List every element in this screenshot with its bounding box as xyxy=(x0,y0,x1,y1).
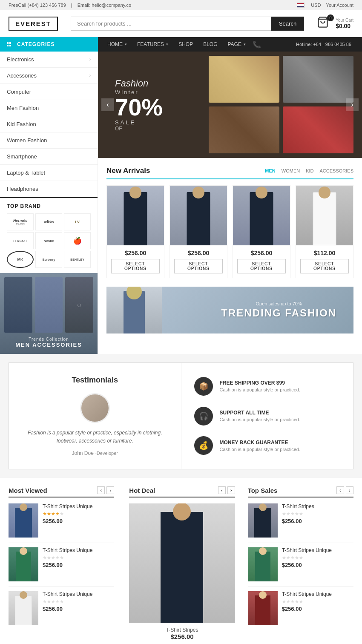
most-viewed-img-3[interactable] xyxy=(9,591,38,625)
top-sales-title: Top Sales xyxy=(248,487,278,494)
testimonials-left: Testimonials Fashion is a popular style … xyxy=(9,363,181,469)
select-options-4[interactable]: SELECT OPTIONS xyxy=(300,259,349,273)
brand-hermes[interactable]: HermèsPARIS xyxy=(7,213,34,230)
currency-selector[interactable]: USD xyxy=(311,3,321,8)
hero-percent: 70% xyxy=(115,95,163,119)
most-viewed-img-1[interactable] xyxy=(9,503,38,538)
sidebar-item-smartphone[interactable]: Smartphone xyxy=(0,149,98,164)
feature-shipping-title: FREE SHIPPING OVER $99 xyxy=(220,380,301,386)
hero-text: Fashion Winter 70% SALE OF xyxy=(115,78,163,132)
select-options-3[interactable]: SELECT OPTIONS xyxy=(237,259,286,273)
testimonial-author: John Doe -Developer xyxy=(22,450,168,456)
most-viewed-next[interactable]: › xyxy=(106,486,114,494)
most-viewed-item-2: T-Shirt Stripes Unique ★★★★★ $256.00 xyxy=(9,547,114,581)
feature-shipping-info: FREE SHIPPING OVER $99 Cashion is a popu… xyxy=(220,380,301,392)
nav-home[interactable]: HOME ▾ xyxy=(102,37,132,52)
hot-deal-next[interactable]: › xyxy=(227,486,235,494)
product-card-4: $112.00 SELECT OPTIONS xyxy=(296,185,353,278)
top-sales-item-3: T-Shirt Stripes Unique ★★★★★ $256.00 xyxy=(248,591,353,625)
top-sales-next[interactable]: › xyxy=(346,486,353,494)
top-sales-stars-2: ★★★★★ xyxy=(282,555,353,561)
sidebar-item-accessories[interactable]: Accessories › xyxy=(0,68,98,83)
cart-icon[interactable]: 0 xyxy=(317,16,332,31)
brand-mk[interactable]: MK xyxy=(7,251,34,268)
brand-bentley[interactable]: BENTLEY xyxy=(64,251,91,268)
sidebar-item-men-fashion[interactable]: Men Fashion xyxy=(0,100,98,116)
top-sales-stars-1: ★★★★★ xyxy=(282,511,353,517)
hot-deal-price: $256.00 xyxy=(129,633,235,640)
brand-tissot[interactable]: TISSOT xyxy=(7,232,34,249)
feature-support-title: SUPPORT ALL TIME xyxy=(220,410,301,416)
brand-adidas[interactable]: adidas xyxy=(35,213,62,230)
most-viewed-item-3: T-Shirt Stripes Unique ★★★★★ $256.00 xyxy=(9,591,114,625)
feature-money-back-desc: Cashion is a popular style or practiced. xyxy=(220,447,301,452)
most-viewed-title: Most Viewed xyxy=(9,487,47,494)
phone-label: FreeCall (+84) 123 456 789 xyxy=(9,3,66,8)
men-accessories-banner[interactable]: ○ Trends Collection MEN ACCESSORIES xyxy=(0,273,98,354)
brand-grid: HermèsPARIS adidas LV TISSOT Nestlé 🍎 MK… xyxy=(7,213,91,268)
most-viewed-stars-1: ★★★★★ xyxy=(43,511,114,517)
brand-nestle[interactable]: Nestlé xyxy=(35,232,62,249)
top-sales-prev[interactable]: ‹ xyxy=(336,486,344,494)
brand-burberry[interactable]: Burberry xyxy=(35,251,62,268)
nav-features[interactable]: FEATURES ▾ xyxy=(132,37,173,52)
search-input[interactable] xyxy=(71,17,271,31)
most-viewed-nav: ‹ › xyxy=(97,486,114,494)
brand-lv[interactable]: LV xyxy=(64,213,91,230)
logo[interactable]: EVEREST xyxy=(9,17,58,31)
top-sales-info-1: T-Shirt Stripes ★★★★★ $256.00 xyxy=(282,503,353,524)
hot-deal-footer: T-Shirt Stripes $256.00 xyxy=(129,623,235,644)
hot-deal-prev[interactable]: ‹ xyxy=(218,486,226,494)
tab-kid[interactable]: KID xyxy=(306,168,313,173)
sidebar-item-women-fashion[interactable]: Women Fashion xyxy=(0,132,98,148)
header: EVEREST Search 0 Your Cart $0.00 xyxy=(0,10,362,37)
tab-men[interactable]: MEN xyxy=(265,168,275,173)
cart-area[interactable]: 0 Your Cart $0.00 xyxy=(317,16,353,31)
feature-shipping: 📦 FREE SHIPPING OVER $99 Cashion is a po… xyxy=(194,374,341,399)
most-viewed-img-2[interactable] xyxy=(9,547,38,581)
sidebar-item-computer[interactable]: Computer xyxy=(0,84,98,100)
top-sales-price-1: $256.00 xyxy=(282,518,353,524)
slider-prev-button[interactable]: ‹ xyxy=(101,98,114,111)
sidebar-item-laptop-tablet[interactable]: Laptop & Tablet xyxy=(0,165,98,181)
tab-women[interactable]: WOMEN xyxy=(282,168,300,173)
top-sales-stars-3: ★★★★★ xyxy=(282,599,353,604)
support-icon: 🎧 xyxy=(194,407,213,426)
most-viewed-item-1: T-Shirt Stripes Unique ★★★★★ $256.00 xyxy=(9,503,114,538)
new-arrivals-title: New Arrivals xyxy=(106,167,150,175)
tab-accessories[interactable]: ACCESSORIES xyxy=(320,168,353,173)
hotline: Hotline: +84 - 986 0405 86 xyxy=(296,42,358,47)
top-sales-img-2[interactable] xyxy=(248,547,278,581)
account-menu[interactable]: Your Account xyxy=(326,3,353,8)
select-options-2[interactable]: SELECT OPTIONS xyxy=(174,259,223,273)
testimonials-section: Testimonials Fashion is a popular style … xyxy=(9,362,353,469)
nav-shop[interactable]: SHOP xyxy=(173,37,198,52)
hot-deal-image[interactable] xyxy=(129,503,235,623)
chevron-right-icon: › xyxy=(89,73,91,78)
categories-button[interactable]: CATEGORIES xyxy=(0,37,98,52)
shirt-beige xyxy=(209,56,279,103)
nav-page[interactable]: PAGE ▾ xyxy=(223,37,251,52)
sidebar-item-electronics[interactable]: Electronics › xyxy=(0,52,98,67)
trending-open: Open sales up to 70% xyxy=(221,301,336,306)
caret-icon: ▾ xyxy=(125,42,127,46)
feature-money-back-title: MONEY BACK GUARANTEE xyxy=(220,440,301,446)
sidebar-item-kid-fashion[interactable]: Kid Fashion xyxy=(0,116,98,132)
select-options-1[interactable]: SELECT OPTIONS xyxy=(111,259,160,273)
product-image-3 xyxy=(233,186,290,245)
most-viewed-prev[interactable]: ‹ xyxy=(97,486,105,494)
hero-slider: Fashion Winter 70% SALE OF ‹ › xyxy=(98,52,362,158)
slider-next-button[interactable]: › xyxy=(346,98,359,111)
product-card-2: $256.00 SELECT OPTIONS xyxy=(170,185,227,278)
top-sales-img-3[interactable] xyxy=(248,591,278,625)
brand-apple[interactable]: 🍎 xyxy=(64,232,91,249)
features-section: 📦 FREE SHIPPING OVER $99 Cashion is a po… xyxy=(181,363,353,469)
top-brand-section: TOP BRAND HermèsPARIS adidas LV TISSOT N… xyxy=(0,197,98,273)
nav-blog[interactable]: BLOG xyxy=(198,37,222,52)
top-sales-section: Top Sales ‹ › T-Shirt Stripes ★★★★★ $256… xyxy=(241,486,353,644)
search-button[interactable]: Search xyxy=(271,17,304,31)
caret-icon: ▾ xyxy=(244,42,246,46)
trending-banner[interactable]: Open sales up to 70% TRENDING FASHION xyxy=(106,287,353,334)
sidebar-item-headphones[interactable]: Headphones xyxy=(0,181,98,197)
top-sales-img-1[interactable] xyxy=(248,503,278,538)
